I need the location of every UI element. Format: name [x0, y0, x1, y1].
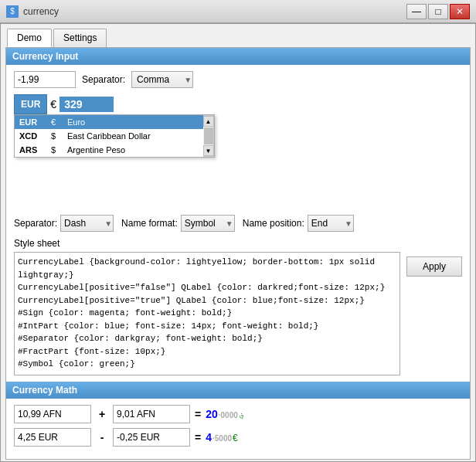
math-row2-eq-icon: =	[195, 431, 201, 443]
dropdown-scrollbar-thumb[interactable]	[204, 127, 213, 144]
math-row1-input1[interactable]	[14, 405, 91, 423]
options-separator-label: Separator:	[14, 218, 57, 229]
currency-input-section: Currency Input Separator: Comma Dot Spac…	[14, 48, 462, 232]
tab-demo[interactable]: Demo	[7, 29, 52, 47]
apply-button[interactable]: Apply	[406, 256, 462, 277]
dropdown-scroll-up[interactable]: ▲	[203, 116, 214, 127]
name-position-label: Name position:	[243, 218, 304, 229]
currency-selector-button[interactable]: EUR	[14, 94, 47, 114]
maximize-button[interactable]: □	[428, 4, 448, 19]
close-icon: ✕	[456, 6, 464, 17]
close-button[interactable]: ✕	[450, 4, 470, 19]
style-sheet-textarea[interactable]: CurrencyLabel {background-color: lightye…	[14, 252, 400, 375]
currency-math-section: Currency Math + = 20 ·0000 ؋ - = 4	[14, 382, 462, 447]
minimize-icon: —	[412, 6, 421, 17]
currency-input-header: Currency Input	[6, 48, 470, 65]
options-separator-select[interactable]: Dash Comma Dot	[60, 215, 114, 232]
math-row1-eq-icon: =	[195, 408, 201, 420]
math-row1-input2[interactable]	[113, 405, 190, 423]
currency-math-header: Currency Math	[6, 382, 470, 399]
preview-value: 329	[60, 97, 113, 112]
window-title: currency	[23, 6, 59, 17]
dropdown-scroll-down[interactable]: ▼	[203, 145, 214, 156]
currency-item-eur[interactable]: EUR € Euro	[15, 115, 203, 129]
separator-select[interactable]: Comma Dot Space Dash	[131, 71, 193, 88]
style-sheet-section: Style sheet CurrencyLabel {background-co…	[14, 238, 462, 375]
tab-settings[interactable]: Settings	[53, 29, 107, 47]
currency-item-ars[interactable]: ARS $ Argentine Peso	[15, 143, 203, 157]
name-position-select[interactable]: End Start	[308, 215, 354, 232]
currency-value-input[interactable]	[14, 71, 76, 88]
math-row1-result-frac: ·0000	[219, 411, 238, 420]
math-row2-input2[interactable]	[113, 428, 190, 447]
math-row1-plus-icon: +	[96, 408, 108, 420]
style-sheet-header: Style sheet	[14, 238, 462, 249]
currency-item-xcd[interactable]: XCD $ East Caribbean Dollar	[15, 129, 203, 143]
currency-symbol-display: €	[47, 98, 60, 110]
math-row2-result-int: 4	[206, 431, 212, 443]
title-bar: $ currency — □ ✕	[0, 0, 476, 23]
math-row2-result-sym: €	[233, 433, 238, 443]
math-row2-input1[interactable]	[14, 428, 91, 447]
name-format-select[interactable]: Symbol Code Name	[181, 215, 235, 232]
math-row2-minus-icon: -	[96, 431, 108, 443]
maximize-icon: □	[435, 6, 440, 17]
math-row2-result-frac: ·5000	[212, 434, 232, 443]
name-format-label: Name format:	[121, 218, 178, 229]
minimize-button[interactable]: —	[406, 4, 427, 19]
math-row1-result-sym: ؋	[239, 409, 244, 420]
separator-label: Separator:	[82, 74, 125, 85]
app-icon: $	[6, 5, 19, 18]
currency-dropdown-list: EUR € Euro XCD $ East Caribbean Dollar	[14, 114, 215, 158]
math-row1-result-int: 20	[206, 408, 218, 420]
